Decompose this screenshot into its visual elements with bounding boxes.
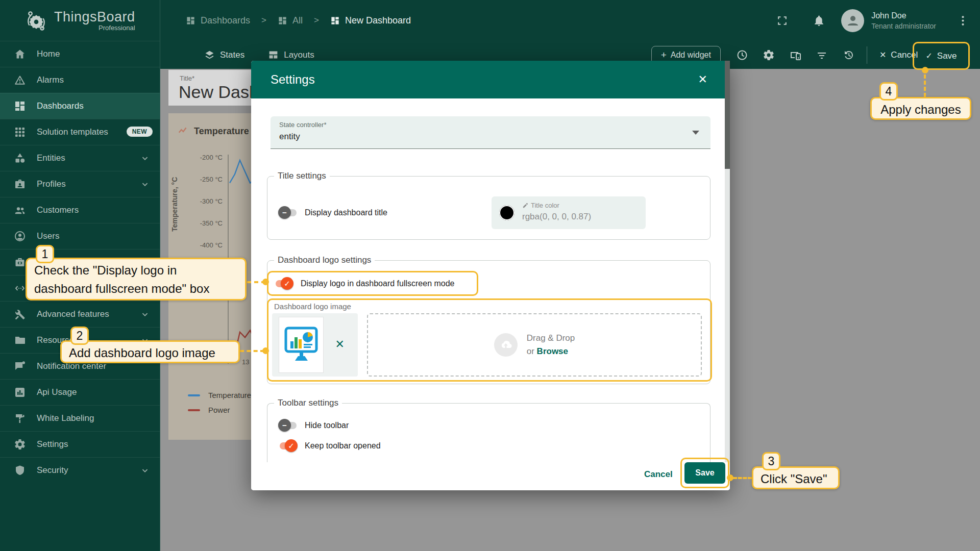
sidebar-item-label: Users <box>37 231 59 241</box>
dialog-cancel-button[interactable]: Cancel <box>644 469 673 480</box>
chart-legend: TemperaturePower <box>188 391 251 414</box>
advanced-features-icon <box>14 308 26 320</box>
solution-templates-icon <box>14 126 26 138</box>
remove-logo-icon[interactable]: ✕ <box>335 338 345 351</box>
chart-ytick: -300 °C <box>180 197 223 205</box>
states-icon <box>204 49 215 60</box>
sidebar-item-label: Profiles <box>37 179 66 189</box>
sidebar-item-home[interactable]: Home <box>0 41 160 67</box>
dialog-scrollbar[interactable] <box>725 61 730 490</box>
sidebar-item-advanced-features[interactable]: Advanced features <box>0 301 160 327</box>
sidebar-item-dashboards[interactable]: Dashboards <box>0 93 160 119</box>
state-controller-select[interactable]: State controller* entity <box>271 116 710 149</box>
profiles-icon <box>14 178 26 190</box>
chevron-down-icon <box>139 465 151 476</box>
breadcrumb-item[interactable]: All <box>278 15 303 26</box>
more-menu-icon[interactable] <box>951 9 974 32</box>
dashboard-grid-icon <box>186 16 195 26</box>
entity-aliases-icon[interactable] <box>782 44 808 66</box>
app-root: ThingsBoard Professional HomeAlarmsDashb… <box>0 0 980 551</box>
scrollbar-thumb[interactable] <box>725 61 730 169</box>
header: Dashboards>All>New Dashboard John Doe Te… <box>160 0 980 41</box>
browse-link[interactable]: Browse <box>537 346 568 356</box>
chart-xtick: 13 <box>242 358 249 366</box>
title-color-label-wrap: Title color <box>522 202 559 209</box>
breadcrumb-item[interactable]: New Dashboard <box>330 15 411 26</box>
breadcrumb-label: All <box>292 15 303 26</box>
chart-ytick: -200 °C <box>180 154 223 161</box>
plus-icon: + <box>661 51 667 59</box>
colorize-icon <box>522 202 529 209</box>
version-history-icon[interactable] <box>835 44 862 66</box>
legend-item[interactable]: Temperature <box>188 391 251 399</box>
legend-item[interactable]: Power <box>188 406 251 414</box>
title-color-label: Title color <box>531 202 559 209</box>
connector-dot-step-4 <box>922 67 928 73</box>
sidebar-item-alarms[interactable]: Alarms <box>0 67 160 93</box>
sidebar-item-label: Dashboards <box>37 101 84 111</box>
sidebar-item-api-usage[interactable]: Api Usage <box>0 379 160 405</box>
title-settings-section: Title settings Display dashboard title T… <box>267 176 710 240</box>
sidebar-item-profiles[interactable]: Profiles <box>0 171 160 197</box>
title-color-value: rgba(0, 0, 0, 0.87) <box>522 212 591 222</box>
breadcrumb-separator: > <box>311 15 322 26</box>
sidebar-item-settings[interactable]: Settings <box>0 431 160 457</box>
dialog-close-icon[interactable]: ✕ <box>698 61 707 98</box>
or-label: or <box>527 346 534 356</box>
dashboard-settings-gear-icon[interactable] <box>755 44 782 66</box>
title-color-field[interactable]: Title color rgba(0, 0, 0, 0.87) <box>492 196 646 229</box>
time-window-icon[interactable] <box>729 44 755 66</box>
sidebar-item-label: Advanced features <box>37 309 109 319</box>
logo-dropzone[interactable]: Drag & Drop or Browse <box>367 313 702 377</box>
sidebar-item-solution-templates[interactable]: Solution templatesNEW <box>0 119 160 145</box>
hide-toolbar-toggle[interactable] <box>278 419 298 432</box>
sidebar-item-customers[interactable]: Customers <box>0 197 160 223</box>
notification-center-icon <box>14 360 26 372</box>
display-title-toggle[interactable] <box>278 206 298 219</box>
logo-settings-legend: Dashboard logo settings <box>274 255 375 265</box>
logo-image-label: Dashboard logo image <box>274 302 351 311</box>
legend-swatch <box>188 394 200 396</box>
save-dashboard-button[interactable]: ✓ Save <box>922 51 960 61</box>
breadcrumb-item[interactable]: Dashboards <box>186 15 250 26</box>
integrations-center-icon <box>14 256 26 268</box>
layouts-button[interactable]: Layouts <box>268 49 314 60</box>
user-avatar[interactable] <box>841 9 864 32</box>
display-title-row: Display dashboard title <box>278 206 387 219</box>
filters-icon[interactable] <box>808 44 835 66</box>
legend-swatch <box>188 409 200 411</box>
toolbar-settings-legend: Toolbar settings <box>274 398 342 408</box>
fullscreen-icon[interactable] <box>771 9 793 32</box>
dialog-save-button[interactable]: Save <box>684 462 725 484</box>
step-4-badge: 4 <box>879 82 898 101</box>
new-badge: NEW <box>127 127 153 137</box>
states-button[interactable]: States <box>204 49 244 60</box>
dashboards-icon <box>14 100 26 112</box>
step-2-badge: 2 <box>70 327 89 345</box>
save-dashboard-highlight: ✓ Save <box>913 42 970 70</box>
layouts-icon <box>268 49 279 60</box>
step-1-callout: Check the "Display logo in dashboard ful… <box>26 258 247 300</box>
display-logo-toggle[interactable] <box>274 277 293 290</box>
dropdown-arrow-icon <box>692 131 699 135</box>
dialog-header: Settings ✕ <box>251 61 730 98</box>
sidebar-item-security[interactable]: Security <box>0 457 160 483</box>
sidebar-item-entities[interactable]: Entities <box>0 145 160 171</box>
sidebar-item-label: Alarms <box>37 75 64 85</box>
user-info[interactable]: John Doe Tenant administrator <box>871 11 936 30</box>
brand-tier: Professional <box>99 24 135 32</box>
add-widget-label: Add widget <box>671 51 711 60</box>
resources-icon <box>14 334 26 346</box>
title-color-swatch[interactable] <box>499 205 514 220</box>
connector-step-3 <box>733 477 752 479</box>
state-controller-label: State controller* <box>279 121 327 129</box>
sidebar-item-users[interactable]: Users <box>0 223 160 249</box>
drag-drop-label: Drag & Drop <box>527 333 575 343</box>
notifications-bell-icon[interactable] <box>807 9 830 32</box>
brand-logo[interactable]: ThingsBoard Professional <box>0 0 160 41</box>
state-controller-value: entity <box>279 132 300 142</box>
dialog-title: Settings <box>271 72 315 87</box>
keep-toolbar-opened-toggle[interactable] <box>278 439 298 452</box>
settings-dialog: Settings ✕ State controller* entity Titl… <box>251 61 730 490</box>
sidebar-item-white-labeling[interactable]: White Labeling <box>0 405 160 431</box>
